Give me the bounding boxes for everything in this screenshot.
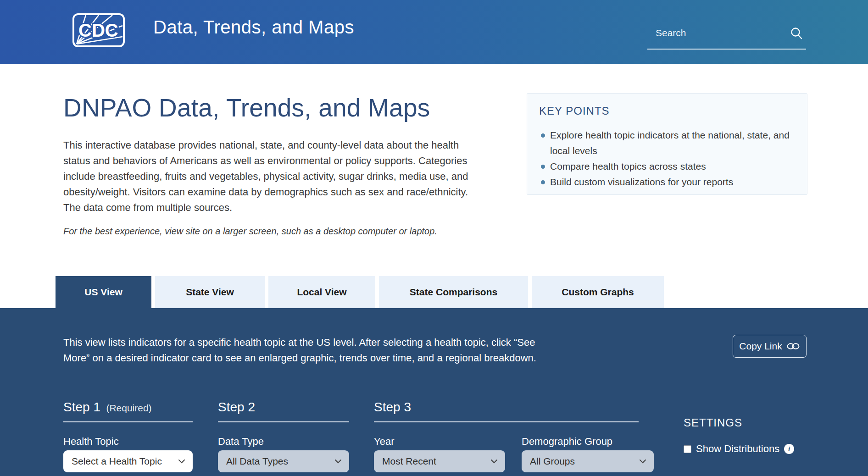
step-3-rule [374, 421, 639, 422]
data-type-label: Data Type [218, 436, 264, 448]
tab-us-view[interactable]: US View [56, 276, 151, 308]
key-points-box: KEY POINTS Explore health topic indicato… [527, 93, 807, 195]
step-1-heading: Step 1 (Required) [63, 400, 152, 415]
tab-local-view[interactable]: Local View [268, 276, 375, 308]
tab-state-comparisons[interactable]: State Comparisons [379, 276, 528, 308]
chevron-down-icon [334, 459, 342, 464]
data-type-value: All Data Types [226, 456, 288, 467]
settings-title: SETTINGS [684, 416, 742, 429]
health-topic-label: Health Topic [63, 436, 119, 448]
step-3-label: Step 3 [374, 400, 411, 414]
step-1-required-note: (Required) [106, 403, 151, 413]
step-3-heading: Step 3 [374, 400, 411, 415]
view-tabs: US View State View Local View State Comp… [56, 276, 664, 308]
data-type-select[interactable]: All Data Types [218, 450, 349, 472]
key-point-item: Compare health topics across states [539, 159, 796, 174]
app-header: CDC Data, Trends, and Maps [0, 0, 868, 64]
tab-state-view[interactable]: State View [155, 276, 265, 308]
chevron-down-icon [639, 459, 646, 464]
tab-custom-graphs[interactable]: Custom Graphs [532, 276, 664, 308]
key-point-item: Build custom visualizations for your rep… [539, 174, 796, 190]
link-icon [786, 343, 800, 350]
copy-link-button[interactable]: Copy Link [733, 335, 807, 358]
page: CDC Data, Trends, and Maps DNPAO Data, T… [0, 0, 868, 476]
search-input[interactable] [647, 28, 790, 45]
show-distributions-row: Show Distributions i [684, 443, 794, 455]
year-select[interactable]: Most Recent [374, 450, 505, 472]
year-label: Year [374, 436, 394, 448]
app-title: Data, Trends, and Maps [153, 17, 354, 38]
best-experience-note: For the best experience, view site on a … [63, 226, 504, 237]
step-1-rule [63, 421, 193, 422]
cdc-logo[interactable]: CDC [72, 13, 125, 48]
cdc-logo-text: CDC [78, 20, 118, 40]
us-view-intro: This view lists indicators for a specifi… [63, 335, 550, 366]
show-distributions-label: Show Distributions [696, 443, 779, 455]
search-bar [647, 24, 806, 50]
demographic-group-value: All Groups [530, 456, 575, 467]
page-description: This interactive database provides natio… [63, 138, 479, 216]
year-value: Most Recent [382, 456, 436, 467]
key-point-item: Explore health topic indicators at the n… [539, 127, 796, 159]
search-icon[interactable] [790, 27, 803, 40]
show-distributions-checkbox[interactable] [684, 445, 691, 453]
step-1-label: Step 1 [63, 400, 100, 414]
key-points-title: KEY POINTS [539, 105, 796, 117]
us-view-panel: This view lists indicators for a specifi… [0, 308, 868, 476]
health-topic-value: Select a Health Topic [72, 456, 162, 467]
chevron-down-icon [490, 459, 498, 464]
demographic-group-select[interactable]: All Groups [522, 450, 654, 472]
step-2-heading: Step 2 [218, 400, 255, 415]
step-2-rule [218, 421, 349, 422]
chevron-down-icon [178, 459, 185, 464]
step-2-label: Step 2 [218, 400, 255, 414]
page-title: DNPAO Data, Trends, and Maps [63, 93, 430, 122]
health-topic-select[interactable]: Select a Health Topic [63, 450, 193, 472]
info-icon[interactable]: i [784, 444, 794, 454]
demographic-group-label: Demographic Group [522, 436, 612, 448]
copy-link-label: Copy Link [739, 341, 782, 352]
key-points-list: Explore health topic indicators at the n… [539, 127, 796, 190]
